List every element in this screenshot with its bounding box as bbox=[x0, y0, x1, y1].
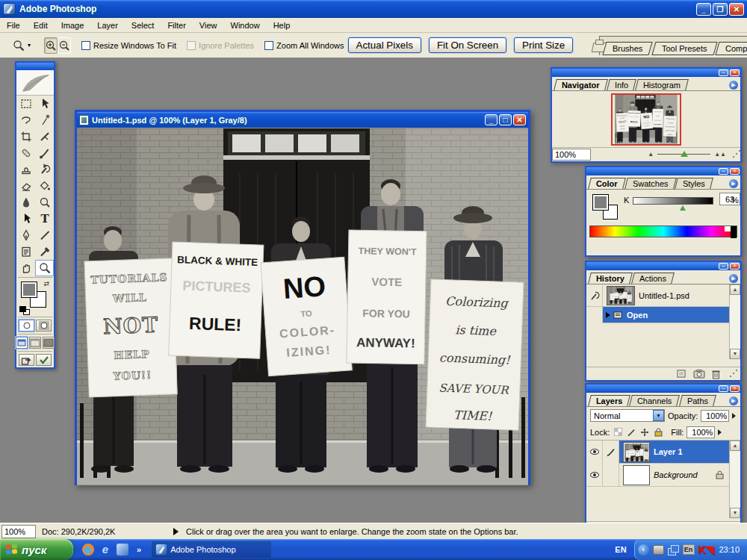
blur-tool[interactable] bbox=[16, 194, 35, 211]
layer-name[interactable]: Background bbox=[654, 470, 698, 479]
layers-titlebar[interactable]: – × bbox=[586, 385, 740, 393]
menu-view[interactable]: View bbox=[193, 18, 224, 33]
pen-tool[interactable] bbox=[16, 227, 35, 243]
menu-window[interactable]: Window bbox=[224, 18, 267, 33]
chevron-down-icon[interactable]: ▼ bbox=[653, 410, 664, 421]
color-titlebar[interactable]: – × bbox=[586, 167, 740, 175]
visibility-eye-icon[interactable] bbox=[586, 441, 603, 464]
crop-tool[interactable] bbox=[16, 128, 35, 145]
tray-network-icon[interactable] bbox=[668, 545, 679, 555]
navigator-zoom-input[interactable] bbox=[552, 149, 591, 161]
lock-all-icon[interactable] bbox=[653, 427, 663, 437]
scroll-up-icon[interactable]: ▲ bbox=[730, 441, 740, 451]
restore-icon[interactable]: ❐ bbox=[713, 3, 728, 16]
tab-histogram[interactable]: Histogram bbox=[635, 79, 689, 90]
tray-language-icon[interactable]: En bbox=[683, 544, 695, 555]
palette-menu-icon[interactable]: ▶ bbox=[729, 179, 738, 188]
scroll-down-icon[interactable]: ▼ bbox=[730, 349, 740, 359]
menu-layer[interactable]: Layer bbox=[90, 18, 125, 33]
language-bar[interactable]: EN bbox=[615, 545, 626, 554]
history-brush-source-well[interactable] bbox=[586, 285, 603, 306]
palette-minimize-icon[interactable]: – bbox=[719, 69, 728, 76]
layer-name[interactable]: Layer 1 bbox=[654, 447, 683, 456]
zoom-tool[interactable] bbox=[35, 260, 54, 276]
snapshot-thumbnail[interactable] bbox=[607, 286, 635, 305]
palette-close-icon[interactable]: × bbox=[730, 263, 740, 270]
history-brush-source-well[interactable] bbox=[586, 307, 603, 323]
tab-actions[interactable]: Actions bbox=[631, 273, 675, 284]
actual-pixels-button[interactable]: Actual Pixels bbox=[348, 37, 421, 53]
task-button-photoshop[interactable]: Adobe Photoshop bbox=[152, 541, 271, 558]
tab-layers[interactable]: Layers bbox=[588, 395, 630, 406]
marquee-tool[interactable] bbox=[16, 96, 35, 112]
hand-tool[interactable] bbox=[16, 260, 35, 276]
menu-file[interactable]: File bbox=[0, 18, 27, 33]
history-brush-tool[interactable] bbox=[35, 161, 54, 178]
color-spectrum-ramp[interactable] bbox=[589, 225, 737, 237]
delete-trash-icon[interactable] bbox=[711, 369, 721, 379]
zoom-out-mountain-icon[interactable]: ▲ bbox=[644, 151, 657, 158]
eraser-tool[interactable] bbox=[16, 178, 35, 194]
resize-grip[interactable] bbox=[731, 150, 740, 159]
layers-scrollbar[interactable]: ▲ ▼ bbox=[729, 441, 740, 518]
tab-info[interactable]: Info bbox=[607, 79, 636, 90]
history-snapshot-row[interactable]: Untitled-1.psd bbox=[586, 284, 740, 307]
palette-minimize-icon[interactable]: – bbox=[719, 263, 728, 270]
firefox-icon[interactable] bbox=[82, 544, 94, 556]
lock-transparency-icon[interactable] bbox=[613, 427, 623, 437]
palette-minimize-icon[interactable]: – bbox=[719, 385, 728, 392]
quick-launch-app-icon[interactable] bbox=[117, 544, 128, 556]
menu-help[interactable]: Help bbox=[267, 18, 297, 33]
internet-explorer-icon[interactable]: e bbox=[99, 544, 111, 556]
white-swatch[interactable] bbox=[725, 226, 731, 231]
status-arrow-icon[interactable] bbox=[173, 528, 179, 535]
clone-stamp-tool[interactable] bbox=[16, 161, 35, 178]
start-button[interactable]: пуск bbox=[0, 539, 73, 560]
zoom-in-toggle[interactable] bbox=[44, 37, 58, 54]
lock-position-icon[interactable] bbox=[639, 427, 650, 437]
navigator-zoom-slider[interactable] bbox=[657, 154, 710, 155]
tray-chevron-icon[interactable]: ‹ bbox=[638, 544, 649, 556]
k-slider-thumb[interactable] bbox=[680, 205, 686, 211]
tab-navigator[interactable]: Navigator bbox=[554, 79, 607, 90]
link-well[interactable] bbox=[603, 464, 619, 487]
menu-filter[interactable]: Filter bbox=[161, 18, 192, 33]
healing-brush-tool[interactable] bbox=[16, 145, 35, 161]
history-titlebar[interactable]: – × bbox=[586, 262, 740, 270]
tab-history[interactable]: History bbox=[588, 273, 633, 284]
type-tool[interactable]: T bbox=[35, 211, 54, 227]
history-state-open[interactable]: Open bbox=[586, 307, 740, 323]
quick-mask-mode-button[interactable] bbox=[36, 320, 52, 332]
snapshot-name[interactable]: Untitled-1.psd bbox=[639, 291, 689, 300]
path-selection-tool[interactable] bbox=[16, 211, 35, 227]
dodge-tool[interactable] bbox=[35, 194, 54, 211]
document-titlebar[interactable]: Untitled-1.psd @ 100% (Layer 1, Gray/8) … bbox=[77, 112, 528, 128]
paint-bucket-tool[interactable] bbox=[35, 178, 54, 194]
zoom-in-mountain-icon[interactable]: ▲▲ bbox=[710, 151, 730, 158]
status-zoom-input[interactable] bbox=[1, 525, 36, 538]
zoom-slider-thumb[interactable] bbox=[681, 151, 688, 157]
resize-grip[interactable] bbox=[728, 370, 737, 379]
menu-image[interactable]: Image bbox=[55, 18, 91, 33]
move-tool[interactable] bbox=[35, 96, 54, 112]
notes-tool[interactable] bbox=[16, 243, 35, 260]
palette-minimize-icon[interactable]: – bbox=[719, 168, 728, 175]
black-swatch[interactable] bbox=[731, 226, 737, 238]
brush-tool[interactable] bbox=[35, 145, 54, 161]
print-size-button[interactable]: Print Size bbox=[514, 37, 573, 53]
edit-in-imageready-button[interactable] bbox=[19, 354, 34, 366]
lock-image-icon[interactable] bbox=[626, 427, 636, 437]
foreground-color-swatch[interactable] bbox=[21, 281, 37, 298]
palette-close-icon[interactable]: × bbox=[730, 69, 740, 76]
toolbox-titlebar[interactable] bbox=[16, 63, 54, 70]
foreground-color-swatch[interactable] bbox=[592, 194, 609, 211]
scroll-down-icon[interactable]: ▼ bbox=[730, 508, 740, 518]
tab-color[interactable]: Color bbox=[588, 178, 625, 189]
palette-menu-icon[interactable]: ▶ bbox=[729, 81, 738, 90]
swap-colors-icon[interactable]: ⇄ bbox=[43, 280, 49, 287]
visibility-eye-icon[interactable] bbox=[586, 464, 603, 487]
k-channel-slider[interactable] bbox=[633, 197, 713, 205]
doc-maximize-icon[interactable]: □ bbox=[499, 114, 512, 125]
standard-mode-button[interactable] bbox=[19, 320, 34, 332]
zoom-out-toggle[interactable] bbox=[58, 37, 71, 54]
